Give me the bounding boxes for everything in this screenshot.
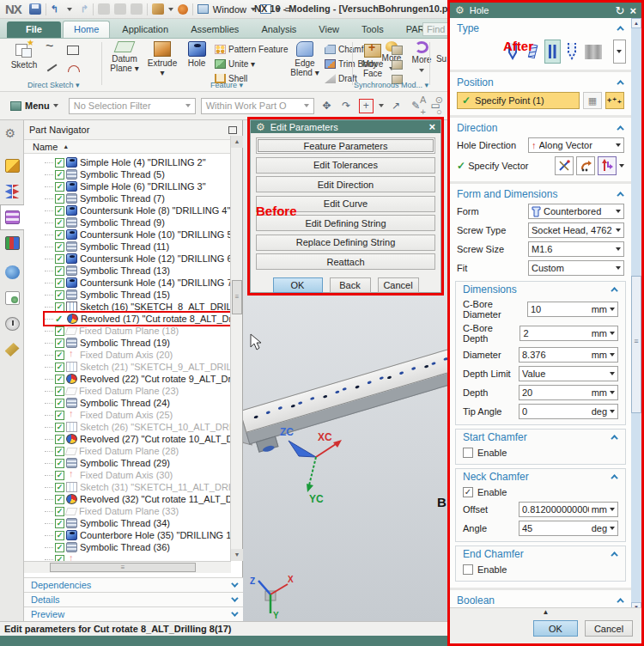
checkbox[interactable]: ✓ xyxy=(55,218,64,228)
checkbox[interactable]: ✓ xyxy=(55,182,64,192)
tab-tools[interactable]: Tools xyxy=(351,21,394,38)
scroll-thumb[interactable]: ≡ xyxy=(50,563,196,572)
sync-tool-icon[interactable] xyxy=(392,60,403,70)
system-clock-button[interactable] xyxy=(0,311,24,337)
checkbox[interactable]: ✓ xyxy=(55,302,64,312)
tree-item[interactable]: ✓Symbolic Thread (15) xyxy=(45,289,170,301)
tree-item[interactable]: ✓Fixed Datum Axis (25) xyxy=(45,409,173,421)
tree-item[interactable]: ✓Fixed Datum Plane (18) xyxy=(45,325,179,337)
tree-item[interactable]: ✓Symbolic Thread (29) xyxy=(45,457,170,469)
scroll-thumb[interactable]: ≡ xyxy=(232,280,242,314)
vector-dropdown-icon[interactable] xyxy=(619,164,624,168)
save-icon[interactable] xyxy=(29,3,41,15)
tree-item[interactable]: ✓Fixed Datum Plane (33) xyxy=(45,505,179,517)
edit-direction-button[interactable]: Edit Direction xyxy=(256,176,435,192)
tree-item[interactable]: ✓Revolved (22) "Cut rotate 9_ALT_Drillin… xyxy=(45,373,231,385)
tree-item[interactable]: ✓Countersunk Hole (14) "DRILLING 7" xyxy=(45,277,231,289)
sketch-section-button[interactable]: ▦ xyxy=(583,92,602,109)
checkbox[interactable] xyxy=(463,448,473,458)
snap-move-icon[interactable]: ✥ xyxy=(319,99,334,113)
checkbox[interactable]: ✓ xyxy=(55,555,64,562)
depth-limit-field[interactable]: Value xyxy=(519,366,618,381)
checkbox[interactable]: ✓ xyxy=(55,363,64,372)
point-dialog-button[interactable]: +⁺₊ xyxy=(605,92,624,109)
window-menu[interactable]: Window xyxy=(213,4,246,15)
undo-dropdown-icon[interactable] xyxy=(67,8,72,11)
checkbox[interactable]: ✓ xyxy=(55,375,64,384)
rectangle-icon[interactable] xyxy=(66,44,80,56)
redo-icon[interactable]: ↰ xyxy=(76,3,88,15)
constraint-navigator-button[interactable] xyxy=(0,179,24,204)
tree-horizontal-scrollbar[interactable]: ≡ xyxy=(24,561,231,573)
checkbox[interactable]: ✓ xyxy=(55,519,64,528)
reverse-direction-icon[interactable] xyxy=(598,156,617,175)
c-bore-diameter-field[interactable]: 10mm xyxy=(527,302,618,317)
cancel-button[interactable]: Cancel xyxy=(378,277,419,293)
applied-check-icon[interactable]: ✓ xyxy=(55,314,65,325)
depth-field[interactable]: 20mm xyxy=(519,385,618,400)
web-browser-button[interactable] xyxy=(0,259,24,285)
selection-filter-dropdown[interactable]: No Selection Filter xyxy=(69,98,196,114)
circle-snap-icon[interactable]: ○ xyxy=(432,107,447,117)
vector-dialog-icon[interactable] xyxy=(576,156,595,175)
start-chamfer-enable[interactable]: Enable xyxy=(456,445,625,460)
cut-icon[interactable] xyxy=(98,3,110,15)
tree-item[interactable]: ✓Fixed Datum Plane (28) xyxy=(45,445,179,457)
tree-item[interactable]: ✓ xyxy=(45,553,80,561)
select-arrow-icon[interactable]: ↗ xyxy=(389,99,404,113)
type-more-dropdown[interactable] xyxy=(613,40,627,64)
direction-header[interactable]: Direction xyxy=(450,120,631,136)
scroll-up-icon[interactable]: ▲ xyxy=(231,136,243,148)
tab-application[interactable]: Application xyxy=(112,21,179,38)
details-section[interactable]: Details xyxy=(24,592,243,606)
spline-icon[interactable] xyxy=(45,44,58,56)
tree-item[interactable]: ✓Symbolic Thread (9) xyxy=(45,216,165,229)
text-snap-icon[interactable]: A xyxy=(416,94,431,106)
neck-chamfer-header[interactable]: Neck Chamfer xyxy=(456,469,625,484)
checkbox[interactable]: ✓ xyxy=(55,471,64,480)
checkbox[interactable]: ✓ xyxy=(55,266,64,276)
group-label-synchronous[interactable]: Synchronous Mod... ▾ xyxy=(354,81,428,89)
tree-item[interactable]: ✓Symbolic Thread (19) xyxy=(45,337,170,349)
copy-icon[interactable] xyxy=(114,3,126,15)
tree-item[interactable]: ✓Sketch (31) "SKETCH_11_ALT_DRILLING_11" xyxy=(45,481,231,493)
type-header[interactable]: Type xyxy=(450,21,631,36)
end-chamfer-enable[interactable]: Enable xyxy=(456,562,625,577)
scroll-down-icon[interactable]: ▼ xyxy=(231,549,243,561)
dependencies-section[interactable]: Dependencies xyxy=(24,577,243,592)
tree-item[interactable]: ✓Sketch (26) "SKETCH_10_ALT_DRILLING_10" xyxy=(45,421,231,433)
type-hole-series-icon[interactable] xyxy=(584,40,603,64)
tree-item[interactable]: ✓Revolved (27) "Cut rotate 10_ALT_Drilli… xyxy=(45,433,231,445)
angle-field[interactable]: 45deg xyxy=(519,521,618,536)
checkbox[interactable]: ✓ xyxy=(55,447,64,456)
offset-field[interactable]: 0.812000000000mm xyxy=(519,502,618,517)
tab-view[interactable]: View xyxy=(308,21,349,38)
specify-point-field[interactable]: ✓ Specify Point (1) xyxy=(457,92,580,109)
back-button[interactable]: Back xyxy=(330,277,371,293)
group-label-direct-sketch[interactable]: Direct Sketch ▾ xyxy=(27,81,80,89)
hole-direction-dropdown[interactable]: ↑ Along Vector xyxy=(528,137,624,153)
tree-item[interactable]: ✓Symbolic Thread (36) xyxy=(45,541,170,553)
hole-dialog-titlebar[interactable]: ⚙ Hole ↻ × xyxy=(450,3,641,18)
tree-item[interactable]: ✓Fixed Datum Axis (30) xyxy=(45,469,173,481)
checkbox[interactable]: ✓ xyxy=(55,254,64,264)
undo-icon[interactable]: ↰ xyxy=(51,3,63,15)
tab-home[interactable]: Home xyxy=(63,21,110,38)
tree-column-header[interactable]: Name ▲ xyxy=(24,139,242,154)
point-constructor-icon[interactable]: + xyxy=(359,99,374,113)
checkbox[interactable]: ✓ xyxy=(55,206,64,216)
checkbox[interactable]: ✓ xyxy=(55,435,64,444)
form-dimensions-header[interactable]: Form and Dimensions xyxy=(450,186,631,202)
reattach-button[interactable]: Reattach xyxy=(256,253,435,270)
tip-angle-field[interactable]: 0deg xyxy=(519,404,618,419)
reset-icon[interactable]: ↻ xyxy=(616,4,625,17)
snap-copy-icon[interactable]: ↷ xyxy=(339,99,354,113)
tree-item[interactable]: ✓Revolved (17) "Cut rotate 8_ALT_Drillin… xyxy=(45,313,231,325)
screw-size-dropdown[interactable]: M1.6 xyxy=(528,241,624,257)
touch-mode-icon[interactable] xyxy=(178,4,188,15)
menu-button[interactable]: Menu xyxy=(5,98,64,113)
tree-item[interactable]: ✓Simple Hole (6) "DRILLING 3" xyxy=(45,180,206,192)
form-dropdown[interactable]: Counterbored xyxy=(528,204,624,219)
neck-chamfer-enable[interactable]: ✓Enable xyxy=(456,484,625,500)
tree-item[interactable]: ✓Fixed Datum Axis (20) xyxy=(45,349,173,361)
